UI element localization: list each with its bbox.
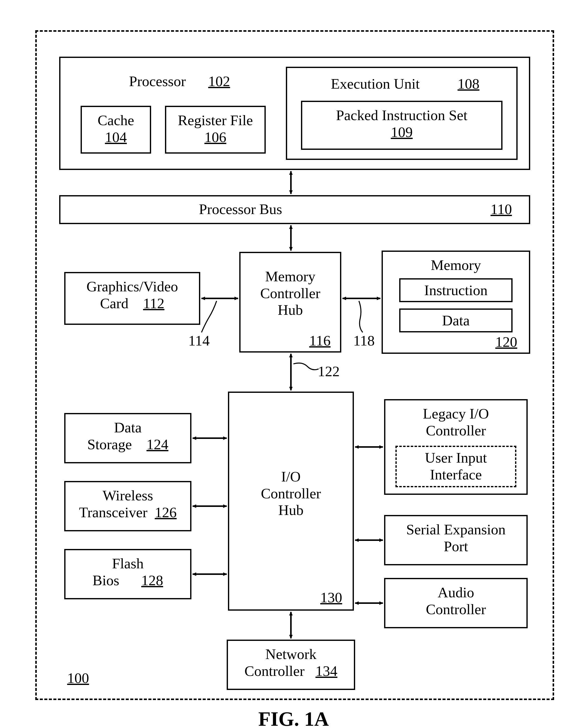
connector-arrows bbox=[8, 8, 572, 728]
diagram-canvas: Processor 102 Cache 104 Register File 10… bbox=[8, 8, 572, 728]
